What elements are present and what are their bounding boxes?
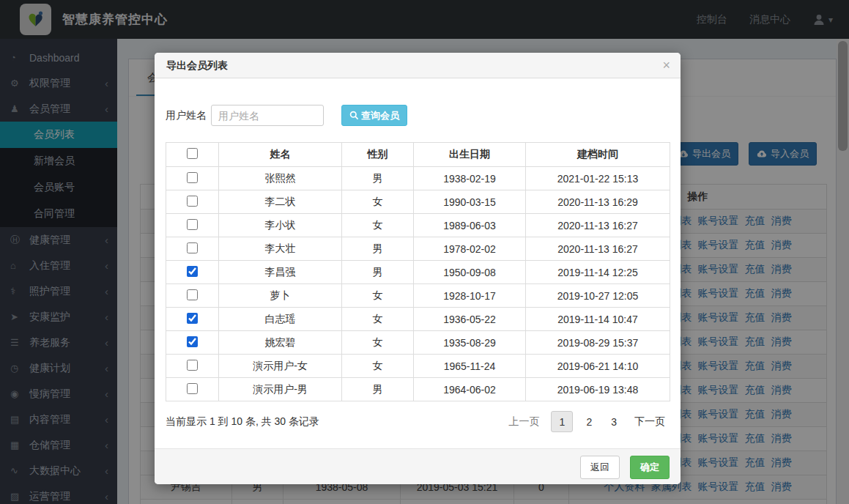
col-name: 姓名	[219, 143, 342, 167]
cell-gender: 女	[342, 284, 414, 308]
col-created: 建档时间	[526, 143, 670, 167]
username-input[interactable]	[211, 105, 324, 126]
cell-created: 2019-11-14 12:25	[526, 261, 670, 284]
pagination-page-2[interactable]: 2	[580, 416, 598, 428]
export-row: 张熙然 男 1938-02-19 2021-01-22 15:13	[166, 167, 670, 190]
cell-name: 李大壮	[219, 237, 342, 261]
cell-gender: 女	[342, 331, 414, 355]
row-checkbox[interactable]	[187, 242, 198, 253]
export-row: 白志瑶 女 1936-05-22 2019-11-14 10:47	[166, 308, 670, 331]
row-checkbox[interactable]	[187, 219, 198, 230]
cell-gender: 男	[342, 167, 414, 190]
cell-name: 李小状	[219, 214, 342, 237]
row-checkbox[interactable]	[187, 289, 198, 300]
modal-title: 导出会员列表	[166, 59, 228, 71]
modal-header: 导出会员列表 ×	[155, 53, 681, 78]
export-members-modal: 导出会员列表 × 用户姓名 查询会员 姓名 性别 出生日期	[155, 53, 681, 484]
row-checkbox[interactable]	[187, 172, 198, 183]
export-selection-table: 姓名 性别 出生日期 建档时间 张熙然 男 1938-02-19 2021-01…	[166, 142, 670, 401]
cell-name: 李昌强	[219, 261, 342, 284]
back-button[interactable]: 返回	[580, 456, 620, 479]
cell-birth: 1990-03-15	[414, 190, 526, 214]
export-row: 李小状 女 1989-06-03 2020-11-13 16:27	[166, 214, 670, 237]
query-members-button[interactable]: 查询会员	[341, 105, 407, 126]
cell-name: 白志瑶	[219, 308, 342, 331]
cell-name: 萝卜	[219, 284, 342, 308]
export-row: 演示用户-女 女 1965-11-24 2019-06-21 14:10	[166, 355, 670, 378]
cell-gender: 女	[342, 214, 414, 237]
select-all-checkbox[interactable]	[187, 148, 198, 159]
cell-name: 演示用户-女	[219, 355, 342, 378]
pagination: 上一页 1 2 3 下一页	[504, 411, 670, 432]
row-checkbox[interactable]	[187, 313, 198, 324]
export-row: 李昌强 男 1950-09-08 2019-11-14 12:25	[166, 261, 670, 284]
cell-birth: 1989-06-03	[414, 214, 526, 237]
cell-name: 张熙然	[219, 167, 342, 190]
cell-gender: 女	[342, 355, 414, 378]
cell-created: 2020-11-13 16:27	[526, 237, 670, 261]
export-row: 演示用户-男 男 1964-06-02 2019-06-19 13:48	[166, 378, 670, 401]
cell-birth: 1978-02-02	[414, 237, 526, 261]
export-row: 李大壮 男 1978-02-02 2020-11-13 16:27	[166, 237, 670, 261]
cell-name: 李二状	[219, 190, 342, 214]
export-row: 李二状 女 1990-03-15 2020-11-13 16:29	[166, 190, 670, 214]
col-gender: 性别	[342, 143, 414, 167]
cell-birth: 1965-11-24	[414, 355, 526, 378]
cell-birth: 1928-10-17	[414, 284, 526, 308]
cell-name: 演示用户-男	[219, 378, 342, 401]
cell-created: 2020-11-13 16:27	[526, 214, 670, 237]
cell-name: 姚宏碧	[219, 331, 342, 355]
cell-birth: 1964-06-02	[414, 378, 526, 401]
pagination-page-3[interactable]: 3	[605, 416, 623, 428]
username-label: 用户姓名	[166, 109, 211, 122]
cell-created: 2021-01-22 15:13	[526, 167, 670, 190]
cell-created: 2019-06-21 14:10	[526, 355, 670, 378]
cell-gender: 男	[342, 237, 414, 261]
confirm-button[interactable]: 确定	[630, 456, 670, 479]
cell-created: 2019-06-19 13:48	[526, 378, 670, 401]
export-row: 萝卜 女 1928-10-17 2019-10-27 12:05	[166, 284, 670, 308]
cell-created: 2019-08-29 15:37	[526, 331, 670, 355]
close-icon[interactable]: ×	[662, 53, 670, 78]
col-birth: 出生日期	[414, 143, 526, 167]
cell-created: 2019-11-14 10:47	[526, 308, 670, 331]
modal-footer: 返回 确定	[155, 448, 681, 484]
row-checkbox[interactable]	[187, 336, 198, 347]
cell-birth: 1935-08-29	[414, 331, 526, 355]
cell-birth: 1936-05-22	[414, 308, 526, 331]
row-checkbox[interactable]	[187, 383, 198, 394]
cell-gender: 女	[342, 190, 414, 214]
cell-gender: 女	[342, 308, 414, 331]
row-checkbox[interactable]	[187, 360, 198, 371]
pagination-prev[interactable]: 上一页	[504, 415, 544, 429]
row-checkbox[interactable]	[187, 266, 198, 277]
row-checkbox[interactable]	[187, 196, 198, 207]
export-row: 姚宏碧 女 1935-08-29 2019-08-29 15:37	[166, 331, 670, 355]
cell-created: 2019-10-27 12:05	[526, 284, 670, 308]
cell-created: 2020-11-13 16:29	[526, 190, 670, 214]
cell-gender: 男	[342, 378, 414, 401]
cell-gender: 男	[342, 261, 414, 284]
search-icon	[349, 111, 359, 120]
pagination-page-1[interactable]: 1	[551, 411, 573, 432]
cell-birth: 1938-02-19	[414, 167, 526, 190]
pagination-next[interactable]: 下一页	[630, 415, 670, 429]
cell-birth: 1950-09-08	[414, 261, 526, 284]
pagination-info: 当前显示 1 到 10 条, 共 30 条记录	[166, 415, 319, 429]
